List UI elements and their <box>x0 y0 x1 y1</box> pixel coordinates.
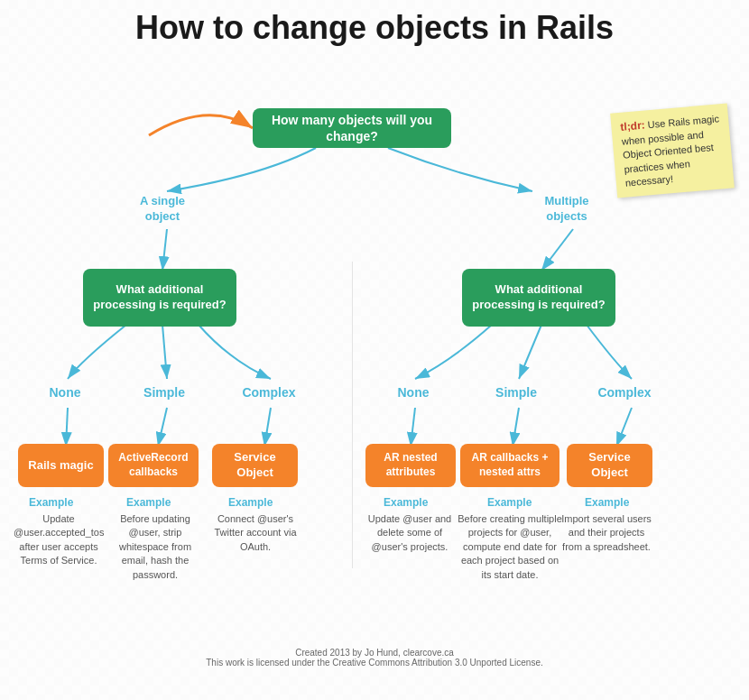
example-desc-3: Connect @user's Twitter account via OAut… <box>209 512 301 554</box>
svg-line-11 <box>616 408 632 447</box>
svg-line-2 <box>162 229 167 271</box>
footer-line1: Created 2013 by Jo Hund, clearcove.ca <box>9 648 740 658</box>
example-desc-1: Update @user.accepted_tos after user acc… <box>14 512 104 568</box>
sticky-note-prefix: tl;dr: <box>620 119 645 134</box>
svg-line-4 <box>162 325 167 379</box>
sticky-note: tl;dr: Use Rails magic when possible and… <box>610 104 735 198</box>
complex1-node: Complex <box>233 376 305 409</box>
service2-node: Service Object <box>567 444 652 487</box>
simple1-node: Simple <box>128 376 200 409</box>
footer-line2: This work is licensed under the Creative… <box>9 658 740 668</box>
ar-nested-node: AR nested attributes <box>365 444 456 487</box>
single-node: A single object <box>117 188 208 231</box>
svg-line-5 <box>519 325 541 379</box>
svg-line-10 <box>513 408 519 447</box>
complex2-node: Complex <box>588 376 661 409</box>
svg-line-9 <box>411 408 415 447</box>
service1-node: Service Object <box>212 444 298 487</box>
svg-line-8 <box>264 408 271 447</box>
example-link-5[interactable]: Example <box>487 496 532 509</box>
footer: Created 2013 by Jo Hund, clearcove.ca Th… <box>9 648 740 668</box>
example-link-3[interactable]: Example <box>228 496 273 509</box>
svg-line-6 <box>66 408 68 447</box>
example-link-1[interactable]: Example <box>29 496 73 509</box>
main-content: How to change objects in Rails <box>0 0 749 700</box>
svg-line-7 <box>158 408 167 447</box>
example-desc-4: Update @user and delete some of @user's … <box>364 512 456 554</box>
ar-callbacks-node: ActiveRecord callbacks <box>108 444 199 487</box>
example-desc-6: Import several users and their projects … <box>561 512 652 554</box>
simple2-node: Simple <box>480 376 552 409</box>
root-node: How many objects will you change? <box>253 108 451 148</box>
none2-node: None <box>377 376 449 409</box>
example-link-6[interactable]: Example <box>585 496 629 509</box>
example-link-4[interactable]: Example <box>384 496 428 509</box>
example-desc-2: Before updating @user, strip whitespace … <box>106 512 204 582</box>
divider-line <box>352 262 353 568</box>
left-question-node: What additional processing is required? <box>83 269 236 327</box>
page-title: How to change objects in Rails <box>9 9 740 47</box>
multiple-node: Multiple objects <box>522 188 612 231</box>
rails-magic-node: Rails magic <box>18 444 104 487</box>
example-link-2[interactable]: Example <box>126 496 171 509</box>
example-desc-5: Before creating multiple projects for @u… <box>457 512 563 582</box>
diagram: How many objects will you change? A sing… <box>9 54 740 668</box>
svg-line-3 <box>541 229 573 271</box>
ar-cb-nested-node: AR callbacks + nested attrs <box>460 444 559 487</box>
none1-node: None <box>29 376 101 409</box>
right-question-node: What additional processing is required? <box>462 269 615 327</box>
